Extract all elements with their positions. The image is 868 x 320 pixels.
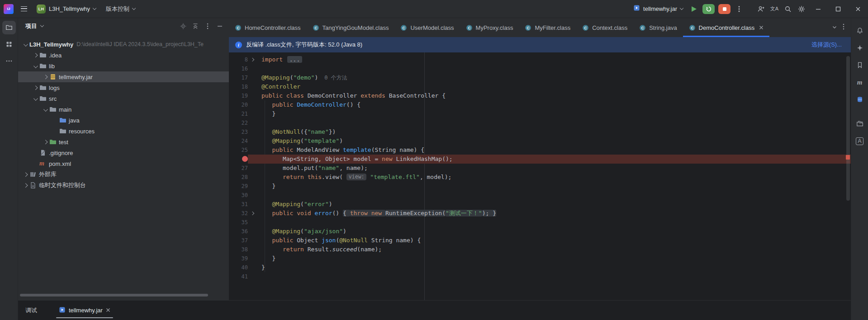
code-with-me-button[interactable] [754, 2, 768, 16]
line-number[interactable]: 40 [229, 263, 248, 272]
editor-tab[interactable]: CMyFilter.class [519, 18, 576, 37]
tree-chevron-icon[interactable] [32, 61, 39, 71]
scrollbar-thumb[interactable] [846, 56, 850, 201]
more-actions-button[interactable] [732, 2, 746, 16]
notifications-bell-icon[interactable] [854, 24, 866, 37]
editor-tab[interactable]: CContext.class [576, 18, 633, 37]
translate-button[interactable]: 文A [768, 2, 781, 16]
line-number[interactable]: 29 [229, 182, 248, 191]
line-number[interactable]: 31 [229, 200, 248, 209]
close-tab-icon[interactable] [106, 307, 110, 314]
settings-button[interactable] [795, 2, 808, 16]
editor-tab[interactable]: CDemoController.class [683, 18, 770, 37]
code-line[interactable]: 40} [229, 263, 851, 272]
line-number[interactable]: 21 [229, 109, 248, 118]
choose-sources-link[interactable]: 选择源(S)... [811, 41, 844, 49]
minimize-button[interactable] [808, 0, 828, 18]
debug-session-tab[interactable]: tellmewhy.jar [54, 301, 115, 320]
code-line[interactable]: 30 [229, 191, 851, 200]
line-number[interactable]: 25 [229, 146, 248, 155]
tree-chevron-icon[interactable] [42, 71, 49, 82]
code-line[interactable]: 31 @Mapping("error") [229, 200, 851, 209]
close-tab-icon[interactable] [759, 25, 764, 30]
line-number[interactable]: 38 [229, 245, 248, 254]
line-number[interactable]: 17 [229, 73, 248, 82]
tree-item[interactable]: L3H_TellmywhyD:\idea\IntelliJ IDEA 2024.… [18, 39, 229, 50]
code-line[interactable]: 16 [229, 64, 851, 73]
tree-chevron-icon[interactable] [22, 39, 29, 50]
editor-tab[interactable]: CTangYingGouModel.class [307, 18, 395, 37]
code-line[interactable]: 38 return Result.succeed(name); [229, 245, 851, 254]
code-line[interactable]: 24 @Mapping("template") [229, 136, 851, 146]
close-button[interactable] [848, 0, 868, 18]
run-config-selector[interactable]: tellmewhy.jar [629, 2, 687, 16]
maximize-button[interactable] [828, 0, 848, 18]
hide-panel-button[interactable] [214, 21, 225, 32]
line-number[interactable]: 39 [229, 254, 248, 263]
tree-chevron-icon[interactable] [42, 136, 49, 147]
ai-assistant-icon[interactable] [854, 42, 866, 54]
panel-options-button[interactable] [202, 21, 213, 32]
code-line[interactable]: 25 public ModelAndView template(String n… [229, 146, 851, 155]
tree-chevron-icon[interactable] [22, 169, 29, 180]
search-everywhere-button[interactable] [781, 2, 795, 16]
code-line[interactable]: 18@Controller [229, 82, 851, 91]
code-line[interactable]: 32 public void error() { throw new Runti… [229, 209, 851, 218]
tree-item[interactable]: 临时文件和控制台 [18, 180, 229, 191]
code-line[interactable]: 17@Mapping("demo")0 个方法 [229, 73, 851, 82]
editor-tab[interactable]: CString.java [633, 18, 683, 37]
tree-item[interactable]: main [18, 104, 229, 115]
database-icon[interactable] [854, 93, 866, 106]
code-line[interactable]: 23 @NotNull({"name"}) [229, 127, 851, 136]
tree-item[interactable]: resources [18, 126, 229, 136]
code-line[interactable]: 19public class DemoController extends Ba… [229, 91, 851, 100]
line-number[interactable]: 30 [229, 191, 248, 200]
tree-chevron-icon[interactable] [32, 82, 39, 93]
line-number[interactable]: 37 [229, 236, 248, 245]
tree-item[interactable]: lib [18, 61, 229, 71]
line-number[interactable]: 20 [229, 100, 248, 109]
line-number[interactable]: 41 [229, 272, 248, 281]
code-line[interactable]: Map<String, Object> model = new LinkedHa… [229, 155, 851, 164]
tree-chevron-icon[interactable] [32, 93, 39, 104]
project-tool-button[interactable] [2, 21, 16, 34]
tree-chevron-icon[interactable] [32, 50, 39, 61]
libraries-icon[interactable] [854, 118, 866, 130]
bookmarks-icon[interactable] [854, 59, 866, 71]
line-number[interactable] [229, 155, 248, 164]
hidden-tabs-button[interactable] [832, 24, 837, 32]
tree-item[interactable]: mpom.xml [18, 158, 229, 169]
line-number[interactable]: 24 [229, 136, 248, 146]
fold-arrow-icon[interactable] [248, 209, 257, 218]
line-number[interactable]: 22 [229, 118, 248, 127]
code-line[interactable]: 36 @Mapping("ajax/json") [229, 227, 851, 236]
line-number[interactable]: 23 [229, 127, 248, 136]
breakpoint-icon[interactable] [242, 156, 248, 162]
editor-tab[interactable]: CMyProxy.class [460, 18, 519, 37]
line-number[interactable]: 35 [229, 218, 248, 227]
line-number[interactable]: 19 [229, 91, 248, 100]
code-line[interactable]: 27 model.put("name", name); [229, 164, 851, 173]
vcs-widget[interactable]: 版本控制 [102, 2, 139, 16]
tree-item[interactable]: test [18, 136, 229, 147]
tree-item[interactable]: .idea [18, 50, 229, 61]
code-line[interactable]: 20 public DemoController() { [229, 100, 851, 109]
tree-item[interactable]: .gitignore [18, 147, 229, 158]
error-stripe-mark[interactable] [846, 155, 850, 160]
tab-options-button[interactable] [843, 24, 844, 32]
code-line[interactable]: 8import ... [229, 55, 851, 64]
code-line[interactable]: 29 } [229, 182, 851, 191]
translation-icon[interactable]: A [854, 135, 866, 147]
project-widget[interactable]: LH L3H_Tellmywhy [33, 2, 100, 16]
rerun-button[interactable] [702, 4, 715, 14]
code-line[interactable]: 28 return this.view( view: "template.ftl… [229, 173, 851, 182]
tree-chevron-icon[interactable] [42, 104, 49, 115]
line-number[interactable]: 16 [229, 64, 248, 73]
fold-arrow-icon[interactable] [248, 55, 257, 64]
code-line[interactable]: 39 } [229, 254, 851, 263]
locate-file-button[interactable] [178, 21, 189, 32]
tree-chevron-icon[interactable] [22, 180, 29, 191]
code-line[interactable]: 22 [229, 118, 851, 127]
line-number[interactable]: 28 [229, 173, 248, 182]
structure-tool-button[interactable] [2, 38, 16, 51]
